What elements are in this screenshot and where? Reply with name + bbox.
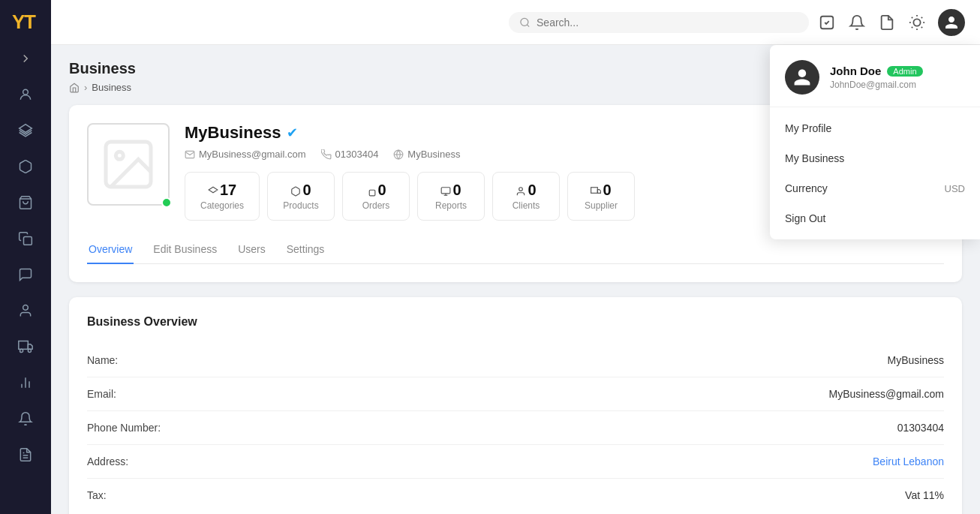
user-dropdown-menu: John Doe Admin JohnDoe@gmail.com My Prof… [770, 45, 980, 239]
svg-rect-7 [19, 341, 28, 350]
overview-section: Business Overview Name: MyBusiness Email… [69, 297, 962, 514]
dropdown-label-my-business: My Business [785, 152, 844, 164]
svg-rect-5 [24, 237, 32, 245]
tab-settings[interactable]: Settings [285, 236, 326, 264]
sidebar-item-shopping-bag[interactable] [9, 186, 42, 219]
svg-point-6 [23, 305, 29, 311]
overview-value-phone: 01303404 [897, 422, 944, 434]
stat-supplier: 0 Supplier [567, 172, 635, 221]
svg-text:T: T [24, 11, 36, 33]
stat-supplier-number: 0 [583, 182, 619, 199]
stat-categories-label: Categories [200, 200, 244, 211]
svg-rect-38 [591, 187, 598, 193]
contact-website: MyBusiness [393, 149, 460, 160]
svg-point-9 [20, 349, 23, 352]
tabs-row: Overview Edit Business Users Settings [87, 236, 944, 264]
overview-row-name: Name: MyBusiness [87, 344, 944, 377]
business-logo [87, 123, 170, 206]
dropdown-user-info: John Doe Admin JohnDoe@gmail.com [830, 65, 965, 90]
sidebar-item-box[interactable] [9, 150, 42, 183]
business-email: MyBusiness@gmail.com [199, 149, 306, 160]
sidebar-toggle-button[interactable] [0, 45, 51, 72]
overview-value-name: MyBusiness [888, 354, 944, 366]
globe-icon [393, 149, 404, 160]
notification-bell-icon[interactable] [848, 14, 866, 32]
sidebar-item-layers[interactable] [9, 114, 42, 147]
stat-clients-label: Clients [508, 200, 544, 211]
stat-products-label: Products [283, 200, 319, 211]
overview-row-address: Address: Beirut Lebanon [87, 445, 944, 479]
dropdown-item-my-business[interactable]: My Business [770, 143, 980, 173]
checkbox-icon[interactable] [818, 14, 836, 32]
svg-line-23 [921, 26, 922, 27]
svg-point-16 [521, 18, 528, 26]
stat-supplier-label: Supplier [583, 200, 619, 211]
business-name: MyBusiness [185, 123, 281, 143]
overview-row-email: Email: MyBusiness@gmail.com [87, 377, 944, 411]
tab-users[interactable]: Users [236, 236, 267, 264]
search-input[interactable] [537, 17, 798, 29]
stat-orders-number: 0 [358, 182, 394, 199]
dropdown-user-header: John Doe Admin JohnDoe@gmail.com [770, 45, 980, 107]
sidebar-item-user-circle[interactable] [9, 78, 42, 111]
tab-overview[interactable]: Overview [87, 236, 134, 264]
online-status-dot [161, 197, 172, 208]
phone-icon [321, 149, 332, 160]
dropdown-item-my-profile[interactable]: My Profile [770, 113, 980, 143]
overview-label-address: Address: [87, 455, 128, 467]
sidebar-item-user[interactable] [9, 294, 42, 327]
sidebar-item-message[interactable] [9, 258, 42, 291]
topbar [51, 0, 980, 45]
topbar-icons [818, 9, 965, 36]
stat-clients: 0 Clients [492, 172, 560, 221]
document-icon[interactable] [878, 14, 896, 32]
sidebar-item-file[interactable] [9, 438, 42, 471]
svg-line-22 [912, 17, 912, 17]
stat-reports-label: Reports [433, 200, 469, 211]
stat-products-number: 0 [283, 182, 319, 199]
dropdown-avatar [785, 60, 819, 95]
dropdown-item-currency[interactable]: Currency USD [770, 173, 980, 203]
admin-badge: Admin [887, 66, 922, 77]
stat-reports-number: 0 [433, 182, 469, 199]
overview-value-tax: Vat 11% [905, 489, 944, 501]
dropdown-name-row: John Doe Admin [830, 65, 965, 77]
sidebar-item-bell[interactable] [9, 402, 42, 435]
overview-label-tax: Tax: [87, 489, 107, 501]
contact-phone: 01303404 [321, 149, 379, 160]
dropdown-label-sign-out: Sign Out [785, 212, 825, 224]
sidebar-item-truck[interactable] [9, 330, 42, 363]
stat-orders-label: Orders [358, 200, 394, 211]
logo-icon: Y T [11, 8, 41, 38]
search-bar[interactable] [509, 12, 809, 33]
sun-icon[interactable] [908, 14, 926, 32]
svg-line-26 [912, 26, 912, 27]
overview-label-email: Email: [87, 388, 116, 400]
overview-title: Business Overview [87, 315, 944, 329]
overview-value-address: Beirut Lebanon [873, 455, 944, 467]
logo: Y T [0, 0, 51, 45]
svg-marker-39 [598, 189, 601, 193]
dropdown-item-sign-out[interactable]: Sign Out [770, 203, 980, 233]
overview-label-phone: Phone Number: [87, 422, 161, 434]
tab-edit-business[interactable]: Edit Business [152, 236, 218, 264]
svg-line-27 [921, 17, 922, 17]
stat-clients-number: 0 [508, 182, 544, 199]
svg-rect-34 [442, 187, 451, 193]
sidebar-nav [0, 72, 51, 477]
svg-point-29 [116, 152, 123, 159]
search-icon [519, 17, 531, 29]
stat-products: 0 Products [267, 172, 335, 221]
svg-line-17 [527, 24, 529, 26]
sidebar-item-copy[interactable] [9, 222, 42, 255]
breadcrumb-sep: › [84, 82, 87, 93]
dropdown-label-my-profile: My Profile [785, 122, 831, 134]
sidebar: Y T [0, 0, 51, 514]
sidebar-item-chart[interactable] [9, 366, 42, 399]
stat-orders: 0 Orders [342, 172, 410, 221]
email-icon [185, 149, 195, 160]
svg-point-10 [28, 349, 31, 352]
contact-email: MyBusiness@gmail.com [185, 149, 306, 160]
user-avatar-button[interactable] [938, 9, 965, 36]
stat-reports: 0 Reports [417, 172, 485, 221]
